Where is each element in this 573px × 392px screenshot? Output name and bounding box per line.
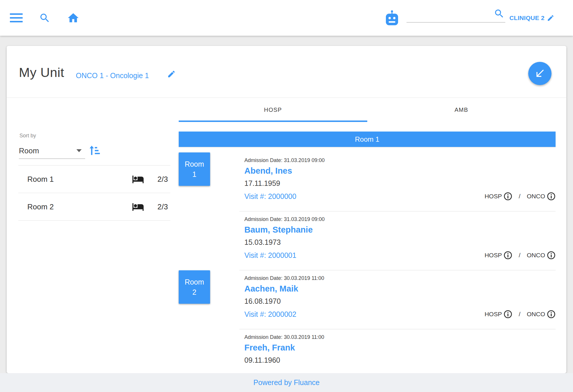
unit-label[interactable]: ONCO 1 - Oncologie 1 bbox=[76, 71, 149, 80]
room-list: Room 1 2/3 Room 2 2/3 bbox=[18, 165, 170, 221]
admission-value: 30.03.2019 11:00 bbox=[284, 275, 324, 281]
assistant-button[interactable] bbox=[384, 10, 400, 26]
info-icon[interactable] bbox=[547, 192, 556, 201]
room-occupancy: 2/3 bbox=[153, 202, 168, 211]
patient-name-link[interactable]: Abend, Ines bbox=[244, 165, 556, 177]
visit-value: 2000002 bbox=[268, 310, 296, 318]
room-badge: Room 1 bbox=[179, 152, 210, 186]
sort-direction-button[interactable] bbox=[89, 145, 100, 157]
patient-entry: Admission Date: 31.03.2019 09:00 Baum, S… bbox=[179, 211, 556, 270]
admission-date: Admission Date: 30.03.2019 11:00 bbox=[244, 333, 556, 341]
patient-dob: 09.11.1960 bbox=[244, 354, 556, 366]
search-icon[interactable] bbox=[494, 8, 505, 19]
visit-label: Visit #: bbox=[244, 310, 266, 318]
search-icon bbox=[39, 12, 51, 24]
room-badge-line2: 2 bbox=[192, 288, 196, 296]
admission-label: Admission Date: bbox=[244, 275, 282, 281]
info-icon[interactable] bbox=[504, 192, 512, 201]
visit-value: 2000001 bbox=[268, 251, 296, 259]
patient-entry: Admission Date: 30.03.2019 11:00 Freeh, … bbox=[179, 329, 556, 373]
visit-row: Visit #: 2000001 HOSP / ONCO bbox=[244, 249, 556, 261]
tab-hosp[interactable]: HOSP bbox=[179, 98, 367, 122]
category-onco-label: ONCO bbox=[527, 193, 545, 200]
room-badge-line1: Room bbox=[185, 278, 204, 286]
patient-entry: Room 2 Admission Date: 30.03.2019 11:00 … bbox=[179, 270, 556, 329]
room-badge: Room 2 bbox=[179, 270, 210, 304]
category-separator: / bbox=[519, 193, 520, 200]
room-row[interactable]: Room 1 2/3 bbox=[18, 166, 170, 193]
patient-dob: 17.11.1959 bbox=[244, 177, 556, 189]
edit-unit-button[interactable] bbox=[167, 70, 176, 78]
visit-number-link[interactable]: Visit #: 2000002 bbox=[244, 310, 296, 319]
info-icon[interactable] bbox=[547, 251, 556, 260]
category-separator: / bbox=[519, 252, 520, 259]
visit-label: Visit #: bbox=[244, 192, 266, 200]
menu-button[interactable] bbox=[10, 13, 23, 22]
room-name: Room 1 bbox=[27, 175, 54, 184]
page-title: My Unit bbox=[19, 65, 64, 80]
bed-icon bbox=[132, 173, 144, 185]
visit-value: 2000000 bbox=[268, 192, 296, 200]
page: CLINIQUE 2 My Unit ONCO 1 - Oncologie 1 bbox=[0, 0, 573, 392]
sort-by-label: Sort by bbox=[19, 133, 36, 139]
collapse-fab-button[interactable] bbox=[528, 62, 551, 85]
visit-row: Visit #: 2000000 HOSP / ONCO bbox=[244, 190, 556, 202]
visit-row bbox=[244, 367, 556, 373]
clinic-selector[interactable]: CLINIQUE 2 bbox=[509, 14, 554, 22]
sort-select[interactable]: Room bbox=[19, 143, 85, 159]
toolbar-left bbox=[10, 12, 80, 24]
sort-select-value: Room bbox=[19, 146, 39, 155]
patient-entry: Room 1 Admission Date: 31.03.2019 09:00 … bbox=[179, 152, 556, 211]
patient-name-link[interactable]: Aachen, Maik bbox=[244, 283, 556, 295]
admission-value: 30.03.2019 11:00 bbox=[284, 334, 324, 340]
menu-icon bbox=[10, 13, 23, 22]
caret-down-icon bbox=[76, 149, 82, 152]
room-name: Room 2 bbox=[27, 202, 54, 211]
powered-by-link[interactable]: Powered by Fluance bbox=[253, 378, 320, 387]
category-onco-label: ONCO bbox=[527, 252, 545, 259]
entry-content: Admission Date: 30.03.2019 11:00 Aachen,… bbox=[239, 270, 556, 329]
room-badge-line1: Room bbox=[185, 160, 204, 168]
visit-number-link[interactable]: Visit #: 2000001 bbox=[244, 251, 296, 260]
visit-number-link[interactable]: Visit #: 2000000 bbox=[244, 192, 296, 201]
badge-column bbox=[179, 211, 239, 270]
admission-date: Admission Date: 30.03.2019 11:00 bbox=[244, 274, 556, 282]
edit-pencil-icon bbox=[547, 14, 554, 22]
clinic-label: CLINIQUE 2 bbox=[509, 15, 545, 21]
admission-value: 31.03.2019 09:00 bbox=[284, 216, 325, 222]
patient-dob: 15.03.1973 bbox=[244, 236, 556, 248]
top-toolbar: CLINIQUE 2 bbox=[0, 0, 573, 36]
my-unit-card: My Unit ONCO 1 - Oncologie 1 Sort by Roo… bbox=[7, 46, 566, 373]
info-icon[interactable] bbox=[504, 310, 512, 319]
info-icon[interactable] bbox=[504, 251, 512, 260]
card-header: My Unit ONCO 1 - Oncologie 1 bbox=[7, 46, 566, 98]
admission-label: Admission Date: bbox=[244, 216, 282, 222]
global-search-field bbox=[407, 9, 505, 27]
search-nav-button[interactable] bbox=[39, 12, 51, 24]
entry-content: Admission Date: 30.03.2019 11:00 Freeh, … bbox=[239, 329, 556, 373]
tab-amb[interactable]: AMB bbox=[367, 98, 556, 122]
category-separator: / bbox=[519, 311, 520, 318]
category-onco-label: ONCO bbox=[527, 311, 545, 318]
bed-icon bbox=[132, 201, 144, 213]
category-badges: HOSP / ONCO bbox=[485, 192, 556, 201]
visit-label: Visit #: bbox=[244, 251, 266, 259]
patient-name-link[interactable]: Freeh, Frank bbox=[244, 341, 556, 354]
room-group-header: Room 1 bbox=[179, 132, 556, 147]
robot-icon bbox=[384, 10, 400, 26]
entry-content: Admission Date: 31.03.2019 09:00 Baum, S… bbox=[239, 211, 556, 270]
sort-ascending-icon bbox=[89, 145, 100, 157]
category-hosp-label: HOSP bbox=[485, 193, 502, 200]
home-button[interactable] bbox=[67, 12, 80, 24]
footer: Powered by Fluance bbox=[0, 373, 573, 392]
badge-column: Room 2 bbox=[179, 270, 239, 329]
patient-panel: HOSP AMB Room 1 Room 1 Admission Date: 3… bbox=[179, 98, 556, 373]
patient-name-link[interactable]: Baum, Stephanie bbox=[244, 224, 556, 236]
global-search-input[interactable] bbox=[407, 12, 505, 23]
room-badge-line2: 1 bbox=[192, 170, 196, 179]
info-icon[interactable] bbox=[547, 310, 556, 319]
category-badges: HOSP / ONCO bbox=[485, 251, 556, 260]
card-body: Sort by Room bbox=[7, 98, 566, 373]
room-row[interactable]: Room 2 2/3 bbox=[18, 193, 170, 221]
patient-entries: Room 1 Admission Date: 31.03.2019 09:00 … bbox=[179, 152, 556, 373]
